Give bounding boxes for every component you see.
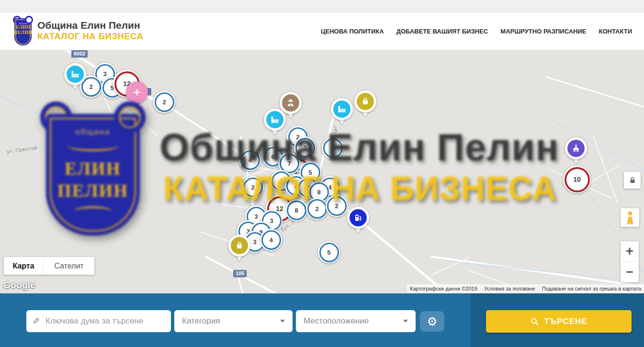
map-data-copyright: Картографски данни ©2019 bbox=[410, 286, 477, 291]
site-header: община ЕЛИН ПЕЛИН Община Елин Пелин КАТА… bbox=[0, 13, 644, 50]
crest-name-line1: ЕЛИН bbox=[16, 25, 30, 30]
watermark-title: Община Елин Пелин bbox=[159, 125, 559, 169]
factory-pin[interactable] bbox=[331, 98, 353, 120]
crest-ornament bbox=[74, 206, 112, 216]
cluster-count: 4 bbox=[248, 157, 251, 164]
fullscreen-lock-button[interactable] bbox=[624, 172, 641, 189]
nav-item-2[interactable]: МАРШРУТНО РАЗПИСАНИЕ bbox=[500, 28, 586, 35]
street-view-pegman[interactable] bbox=[621, 208, 639, 227]
category-select-value: Категория bbox=[182, 316, 220, 326]
factory-icon bbox=[64, 63, 86, 85]
pencil-icon: ✎ bbox=[32, 316, 40, 327]
map-type-map-button[interactable]: Карта bbox=[4, 257, 43, 275]
road-line bbox=[593, 136, 618, 204]
cluster-count: 4 bbox=[269, 236, 272, 244]
cluster-count: 2 bbox=[335, 202, 338, 210]
cluster-count: 2 bbox=[89, 83, 92, 90]
nav-item-0[interactable]: ЦЕНОВА ПОЛИТИКА bbox=[321, 28, 384, 35]
nav-item-3[interactable]: КОНТАКТИ bbox=[599, 28, 633, 35]
site-title: Община Елин Пелин bbox=[37, 20, 143, 31]
street-name-label: ци" bbox=[331, 124, 339, 134]
cluster-marker[interactable]: 2 bbox=[326, 195, 348, 217]
location-select-value: Местоположение bbox=[304, 316, 369, 326]
advanced-search-button[interactable]: ⚙ bbox=[420, 311, 444, 332]
location-select[interactable]: Местоположение bbox=[296, 310, 416, 332]
crest-name-line2: ПЕЛИН bbox=[14, 30, 32, 35]
search-button[interactable]: ТЪРСЕНЕ bbox=[486, 310, 632, 333]
watermark-crest: община ЕЛИН ПЕЛИН bbox=[41, 102, 145, 237]
fuel-icon bbox=[347, 207, 369, 229]
cluster-marker[interactable]: 8 bbox=[285, 199, 307, 221]
cluster-count: 5 bbox=[327, 249, 330, 256]
google-logo[interactable]: Google bbox=[3, 280, 35, 291]
stream-line bbox=[0, 122, 124, 196]
cluster-marker[interactable]: 2 bbox=[306, 198, 328, 220]
chevron-down-icon bbox=[403, 320, 408, 323]
cluster-marker[interactable]: 2 bbox=[153, 91, 175, 113]
factory-pin[interactable] bbox=[264, 109, 286, 131]
main-nav: ЦЕНОВА ПОЛИТИКАДОБАВЕТЕ ВАШИЯТ БИЗНЕСМАР… bbox=[321, 13, 632, 50]
search-icon bbox=[530, 317, 539, 326]
map-attribution: Картографски данни ©2019 Условия за полз… bbox=[407, 284, 644, 293]
keyword-field: ✎ bbox=[26, 310, 171, 332]
page: община ЕЛИН ПЕЛИН Община Елин Пелин КАТА… bbox=[0, 0, 644, 347]
cluster-count: 3 bbox=[270, 217, 273, 224]
site-logo[interactable]: община ЕЛИН ПЕЛИН Община Елин Пелин КАТА… bbox=[13, 16, 143, 45]
map-type-satellite-button[interactable]: Сателит bbox=[43, 257, 94, 275]
bag-pin[interactable] bbox=[354, 90, 376, 112]
cluster-count: 3 bbox=[303, 144, 306, 151]
search-button-label: ТЪРСЕНЕ bbox=[544, 317, 587, 326]
cluster-count: 3 bbox=[253, 238, 256, 246]
lock-icon bbox=[628, 176, 637, 185]
cluster-marker[interactable]: 4 bbox=[239, 149, 261, 171]
watermark-subtitle: КАТАЛОГ НА БИЗНЕСА bbox=[163, 169, 557, 208]
street-name-label: ул. Преслав bbox=[6, 145, 38, 155]
stream-line bbox=[545, 117, 644, 176]
bag-pin[interactable] bbox=[228, 235, 250, 257]
road-number-label: 105 bbox=[233, 270, 247, 277]
terms-of-use-link[interactable]: Условия за ползване bbox=[484, 286, 535, 291]
zoom-out-button[interactable]: − bbox=[621, 262, 639, 282]
road-line bbox=[124, 107, 158, 135]
search-bar: ✎ Категория Местоположение ⚙ ТЪРСЕНЕ bbox=[0, 293, 644, 347]
chevron-down-icon bbox=[280, 320, 285, 323]
cluster-count: 5 bbox=[308, 169, 312, 176]
pegman-icon bbox=[624, 211, 636, 225]
category-select[interactable]: Категория bbox=[174, 310, 293, 332]
cluster-count: 4 bbox=[279, 178, 282, 185]
cluster-count: 3 bbox=[254, 213, 258, 220]
watermark-crest-name2: ПЕЛИН bbox=[57, 180, 128, 202]
cluster-count: 8 bbox=[294, 207, 298, 214]
map-type-switch: Карта Сателит bbox=[4, 257, 94, 275]
site-subtitle: КАТАЛОГ НА БИЗНЕСА bbox=[37, 31, 143, 42]
cluster-marker[interactable]: 5 bbox=[318, 241, 340, 263]
cluster-marker[interactable]: 3 bbox=[294, 136, 316, 158]
report-map-error-link[interactable]: Подаване на сигнал за грешка в картата bbox=[542, 286, 641, 291]
cluster-count: 2 bbox=[251, 184, 254, 191]
cluster-marker[interactable]: 10 bbox=[563, 166, 591, 193]
logo-text: Община Елин Пелин КАТАЛОГ НА БИЗНЕСА bbox=[37, 20, 143, 42]
cluster-marker[interactable]: 4 bbox=[260, 229, 282, 251]
plus-pin[interactable] bbox=[126, 81, 148, 103]
factory-pin[interactable] bbox=[64, 63, 86, 85]
plus-icon bbox=[126, 81, 148, 103]
cluster-count: 10 bbox=[573, 176, 581, 183]
cluster-marker[interactable]: 5 bbox=[322, 137, 344, 159]
cluster-count: 8 bbox=[317, 189, 320, 196]
municipality-crest-icon: община ЕЛИН ПЕЛИН bbox=[13, 16, 33, 45]
gear-icon: ⚙ bbox=[427, 315, 438, 328]
factory-icon bbox=[264, 109, 286, 131]
cluster-count: 6 bbox=[271, 153, 274, 160]
cluster-marker[interactable]: 2 bbox=[242, 176, 264, 198]
church-pin[interactable] bbox=[565, 137, 587, 159]
fuel-pin[interactable] bbox=[347, 207, 369, 229]
nav-item-1[interactable]: ДОБАВЕТЕ ВАШИЯТ БИЗНЕС bbox=[396, 28, 488, 35]
church-icon bbox=[565, 137, 587, 159]
cluster-count: 7 bbox=[287, 160, 291, 167]
road-line bbox=[469, 270, 509, 286]
map-canvas[interactable]: 32512213235647542748212822333834510 общи… bbox=[0, 50, 644, 293]
keyword-input[interactable] bbox=[45, 316, 165, 326]
cluster-count: 5 bbox=[331, 145, 334, 152]
bag-icon bbox=[354, 90, 376, 112]
zoom-in-button[interactable]: + bbox=[621, 241, 639, 261]
